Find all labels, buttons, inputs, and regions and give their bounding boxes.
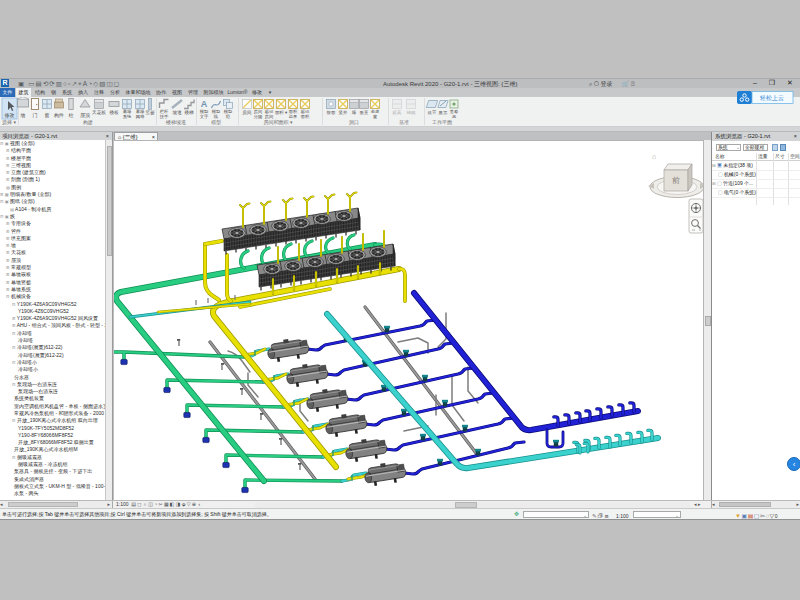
svg-text:边界: 边界 <box>289 114 297 119</box>
svg-text:选择 ▾: 选择 ▾ <box>2 119 16 126</box>
svg-text:构建: 构建 <box>82 119 93 126</box>
svg-text:竖梃: 竖梃 <box>145 110 155 116</box>
svg-text:垂直: 垂直 <box>360 110 369 115</box>
svg-text:前: 前 <box>672 176 680 185</box>
svg-text:楼梯: 楼梯 <box>183 110 194 115</box>
svg-text:竖井: 竖井 <box>339 110 348 115</box>
svg-text:轻松上云: 轻松上云 <box>760 95 784 101</box>
svg-text:屋顶: 屋顶 <box>80 112 90 118</box>
svg-text:面积: 面积 <box>301 114 310 119</box>
svg-text:扶手: 扶手 <box>159 114 169 119</box>
svg-text:柱: 柱 <box>69 112 74 118</box>
svg-text:窗: 窗 <box>373 114 377 120</box>
svg-text:设置: 设置 <box>428 110 437 115</box>
svg-text:坡道: 坡道 <box>171 110 182 115</box>
svg-text:线: 线 <box>214 114 219 119</box>
svg-text:墙: 墙 <box>20 112 26 118</box>
svg-text:模型: 模型 <box>211 119 221 126</box>
svg-text:门: 门 <box>33 112 38 118</box>
svg-text:基准: 基准 <box>399 119 409 125</box>
svg-text:轴网: 轴网 <box>407 110 416 115</box>
svg-text:构件: 构件 <box>53 112 64 119</box>
svg-text:房间: 房间 <box>243 110 252 116</box>
svg-text:面积 ▾: 面积 ▾ <box>275 110 288 115</box>
svg-text:A: A <box>201 99 208 109</box>
svg-text:工作平面: 工作平面 <box>432 119 452 126</box>
svg-text:按面: 按面 <box>326 110 336 115</box>
svg-text:显示: 显示 <box>438 110 448 116</box>
svg-text:楼板: 楼板 <box>108 110 119 115</box>
svg-text:分隔: 分隔 <box>254 114 262 120</box>
svg-text:器: 器 <box>452 114 456 119</box>
svg-text:网格: 网格 <box>136 114 145 119</box>
svg-text:标高: 标高 <box>393 110 402 116</box>
svg-text:组: 组 <box>226 114 231 119</box>
svg-text:天花板: 天花板 <box>92 110 106 116</box>
svg-text:修改: 修改 <box>4 112 15 118</box>
svg-text:窗: 窗 <box>45 112 50 119</box>
svg-text:房间和面积 ▾: 房间和面积 ▾ <box>264 119 293 126</box>
svg-text:洞口: 洞口 <box>349 119 359 126</box>
svg-text:⌂: ⌂ <box>652 153 656 160</box>
svg-text:系统: 系统 <box>123 114 132 119</box>
svg-text:文字: 文字 <box>200 114 209 119</box>
svg-text:墙: 墙 <box>351 110 357 115</box>
svg-text:楼梯坡道: 楼梯坡道 <box>165 119 186 125</box>
